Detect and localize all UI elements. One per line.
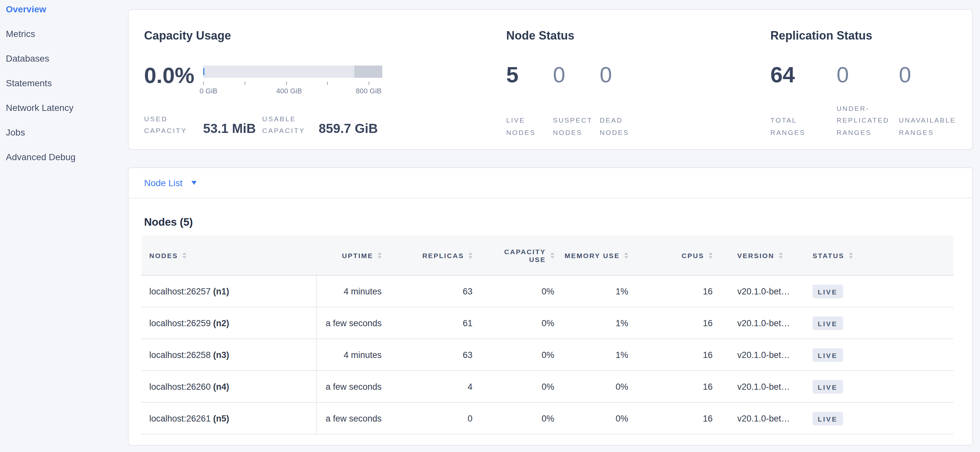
node-list-header: Node List [129,168,972,198]
column-header-status[interactable]: STATUS [805,235,953,275]
version-cell: v20.1.0-bet… [721,307,805,339]
capacity-gauge: 0 GiB 400 GiB 800 GiB [203,65,382,95]
sidebar-item-advanced-debug[interactable]: Advanced Debug [6,152,128,162]
capacity-gauge-dark-segment [354,65,382,78]
gauge-axis-label: 800 GiB [356,87,382,95]
status-badge: LIVE [813,284,843,298]
capacity-gauge-bar [203,65,382,78]
version-cell: v20.1.0-bet… [721,339,805,371]
sort-icon[interactable] [469,252,473,259]
uptime-cell: a few seconds [316,307,390,339]
live-nodes-value: 5 [506,63,553,86]
memory-use-cell: 0% [562,402,636,434]
sidebar-item-statements[interactable]: Statements [6,78,128,87]
dead-nodes-value: 0 [600,63,646,86]
under-replicated-ranges-value: 0 [837,63,899,86]
cpus-cell: 16 [636,275,721,307]
sort-icon[interactable] [624,252,628,259]
memory-use-cell: 0% [562,371,636,402]
node-status-title: Node Status [506,29,574,43]
column-header-uptime[interactable]: UPTIME [316,235,390,275]
replication-status-title: Replication Status [770,29,872,43]
gauge-axis-label: 0 GiB [200,87,217,95]
node-list-view-selector-label: Node List [144,178,182,188]
node-address-link[interactable]: localhost:26259 (n2) [149,318,229,328]
column-header-nodes[interactable]: NODES [142,235,316,275]
capacity-gauge-ticks [203,82,382,86]
sidebar-item-overview[interactable]: Overview [6,5,128,14]
uptime-cell: 4 minutes [316,275,390,307]
node-address-link[interactable]: localhost:26261 (n5) [149,414,229,423]
node-id: (n5) [213,414,229,423]
sidebar-item-network-latency[interactable]: Network Latency [6,103,128,112]
total-ranges-label: TOTAL RANGES [770,114,837,138]
suspect-nodes-value: 0 [553,63,600,86]
gauge-tick [286,82,286,85]
stat-suspect-nodes: 0 SUSPECT NODES [553,63,600,138]
table-row: localhost:26257 (n1) 4 minutes 63 0% 1% … [142,275,953,307]
memory-use-cell: 1% [562,307,636,339]
node-address-link[interactable]: localhost:26257 (n1) [149,286,229,296]
table-row: localhost:26259 (n2) a few seconds 61 0%… [142,307,953,339]
table-row: localhost:26261 (n5) a few seconds 0 0% … [142,402,953,434]
sidebar-item-databases[interactable]: Databases [6,54,128,63]
column-header-cpus[interactable]: CPUS [636,235,721,275]
table-header-row: NODES UPTIME REPLICAS CAPACITY USE MEMOR… [142,235,953,275]
usable-capacity-label: USABLE CAPACITY [262,113,319,136]
stat-live-nodes: 5 LIVE NODES [506,63,553,138]
gauge-axis-label: 400 GiB [276,87,302,95]
gauge-tick [369,82,369,85]
stat-unavailable-ranges: 0 UNAVAILABLE RANGES [899,63,974,138]
used-capacity-value: 53.1 MiB [203,121,262,136]
replicas-cell: 61 [390,307,480,339]
cpus-cell: 16 [636,339,721,371]
capacity-use-cell: 0% [480,402,562,434]
live-nodes-label: LIVE NODES [506,114,553,138]
replicas-cell: 4 [390,371,480,402]
stat-under-replicated-ranges: 0 UNDER- REPLICATED RANGES [837,63,899,138]
uptime-cell: a few seconds [316,371,390,402]
column-header-capacity-use[interactable]: CAPACITY USE [480,235,562,275]
sort-icon[interactable] [709,252,713,259]
under-replicated-ranges-label: UNDER- REPLICATED RANGES [837,102,899,138]
sort-icon[interactable] [378,252,382,259]
version-cell: v20.1.0-bet… [721,275,805,307]
node-list-view-selector[interactable]: Node List [144,178,197,188]
gauge-tick [328,82,328,85]
capacity-used-percent: 0.0% [144,64,194,86]
uptime-cell: 4 minutes [316,339,390,371]
table-row: localhost:26260 (n4) a few seconds 4 0% … [142,371,953,402]
status-badge: LIVE [813,411,843,425]
node-id: (n2) [213,318,229,328]
replicas-cell: 0 [390,402,480,434]
column-header-version[interactable]: VERSION [721,235,805,275]
cpus-cell: 16 [636,307,721,339]
total-ranges-value: 64 [770,63,837,86]
cpus-cell: 16 [636,371,721,402]
column-header-memory-use[interactable]: MEMORY USE [562,235,636,275]
dead-nodes-label: DEAD NODES [600,114,646,138]
column-header-replicas[interactable]: REPLICAS [390,235,480,275]
sort-icon[interactable] [183,252,186,259]
used-capacity-label: USED CAPACITY [144,113,203,136]
status-badge: LIVE [813,316,843,330]
sidebar-item-jobs[interactable]: Jobs [6,128,128,137]
capacity-stats: USED CAPACITY 53.1 MiB USABLE CAPACITY 8… [144,113,378,136]
chevron-down-icon [191,181,197,185]
node-id: (n3) [213,350,229,360]
capacity-use-cell: 0% [480,307,562,339]
sidebar-item-metrics[interactable]: Metrics [6,29,128,38]
unavailable-ranges-value: 0 [899,63,974,86]
status-badge: LIVE [813,348,843,362]
status-badge: LIVE [813,380,843,393]
sort-icon[interactable] [849,252,853,259]
node-address-link[interactable]: localhost:26258 (n3) [149,350,229,360]
capacity-use-cell: 0% [480,275,562,307]
gauge-tick [245,82,245,85]
node-address-link[interactable]: localhost:26260 (n4) [149,382,229,392]
node-id: (n4) [213,382,229,392]
sort-icon[interactable] [779,252,783,259]
sort-icon[interactable] [550,252,554,259]
capacity-use-cell: 0% [480,371,562,402]
stat-total-ranges: 64 TOTAL RANGES [770,63,837,138]
